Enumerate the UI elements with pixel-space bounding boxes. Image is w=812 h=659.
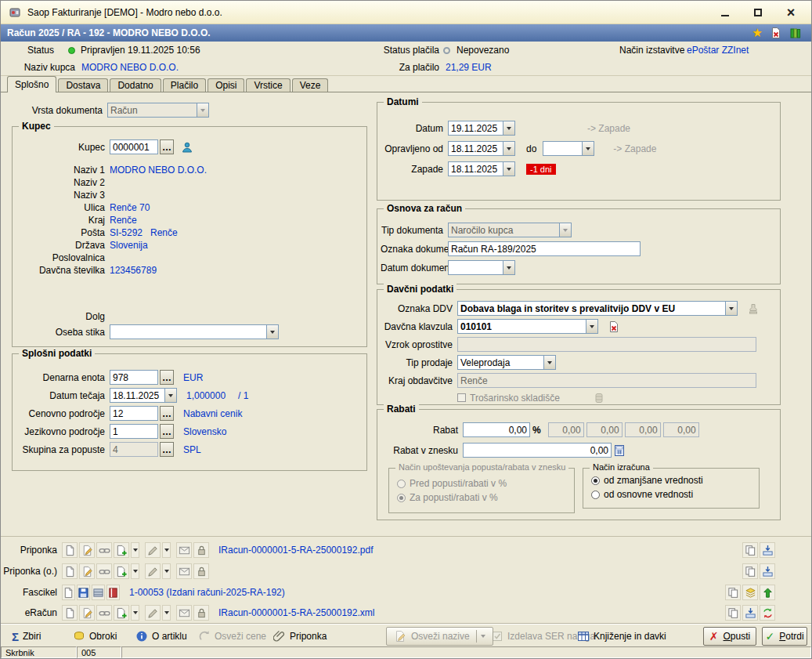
copy-attachment-button[interactable]	[725, 605, 741, 621]
mail-attachment-button[interactable]	[176, 542, 192, 558]
jezikovno-browse-button[interactable]: …	[160, 424, 174, 439]
datum-dokumenta-combo[interactable]	[448, 260, 515, 275]
save-fascikel-button[interactable]	[77, 585, 90, 600]
datum-tecaja-combo[interactable]: 18.11.2025	[110, 388, 177, 403]
radio-zmanjsane[interactable]: od zmanjšane vrednosti	[591, 474, 703, 487]
sign-attachment-dropdown[interactable]	[162, 605, 171, 621]
mail-attachment-button[interactable]	[176, 563, 192, 579]
radio-osnovne[interactable]: od osnovne vrednosti	[591, 488, 693, 501]
oseba-stika-combo[interactable]	[110, 324, 279, 339]
jezikovno-podrocje-input[interactable]: 1	[110, 424, 158, 439]
dropdown-icon[interactable]	[503, 260, 515, 275]
lock-attachment-button[interactable]	[193, 605, 209, 621]
new-attachment-button[interactable]	[62, 542, 78, 558]
edit-attachment-button[interactable]	[79, 563, 95, 579]
favorite-icon[interactable]: ★	[752, 26, 763, 40]
denarna-browse-button[interactable]: …	[160, 370, 174, 385]
eracun-file-link[interactable]: IRacun-0000001-5-RA-25000192.xml	[218, 607, 374, 618]
sync-button[interactable]	[760, 605, 775, 621]
add-attachment-button[interactable]	[114, 563, 129, 579]
edit-attachment-button[interactable]	[79, 605, 95, 621]
sign-attachment-button[interactable]	[145, 605, 161, 621]
lock-attachment-button[interactable]	[193, 542, 209, 558]
maximize-button[interactable]	[752, 6, 764, 19]
document-button[interactable]	[62, 585, 75, 600]
opravljeno-do-combo[interactable]	[543, 141, 594, 156]
mail-attachment-button[interactable]	[176, 605, 192, 621]
customer-card-icon[interactable]	[181, 141, 193, 154]
tab-dodatno[interactable]: Dodatno	[110, 78, 161, 92]
obroki-button[interactable]: Obroki	[68, 627, 121, 646]
tab-opisi[interactable]: Opisi	[208, 78, 244, 92]
close-button[interactable]: ×	[785, 6, 797, 19]
sign-attachment-button[interactable]	[145, 542, 161, 558]
link-attachment-button[interactable]	[96, 563, 112, 579]
link-attachment-button[interactable]	[96, 605, 112, 621]
add-attachment-button[interactable]	[114, 542, 129, 558]
import-attachment-button[interactable]	[760, 563, 775, 579]
o-artiklu-button[interactable]: O artiklu	[131, 627, 192, 646]
datum-combo[interactable]: 19.11.2025	[448, 121, 515, 136]
copy-attachment-button[interactable]	[742, 542, 758, 558]
dropdown-icon[interactable]	[586, 319, 598, 334]
issue-method-value[interactable]: ePoštar ZZInet	[687, 45, 749, 56]
tab-vrstice[interactable]: Vrstice	[246, 78, 290, 92]
tab-splosno[interactable]: Splošno	[7, 76, 56, 92]
dropdown-icon[interactable]	[503, 121, 515, 136]
oznaka-ddv-combo[interactable]: Dobava blaga in storitev s prevalitvijo …	[457, 301, 738, 316]
attachment-file-link[interactable]: IRacun-0000001-5-RA-25000192.pdf	[218, 545, 373, 556]
sign-attachment-button[interactable]	[145, 563, 161, 579]
fascikel-link[interactable]: 1-00053 (Izdani računi-2025-RA-192)	[129, 587, 285, 598]
copy-fascikel-button[interactable]	[725, 585, 741, 600]
opusti-button[interactable]: ✗ Opusti	[703, 627, 756, 646]
link-attachment-button[interactable]	[96, 542, 112, 558]
skupina-browse-button[interactable]: …	[160, 442, 174, 457]
dropdown-icon[interactable]	[164, 388, 177, 403]
sign-attachment-dropdown[interactable]	[162, 563, 171, 579]
dropdown-icon[interactable]	[725, 301, 738, 316]
dropdown-icon[interactable]	[266, 324, 279, 339]
potrdi-button[interactable]: ✓ Potrdi	[762, 627, 807, 646]
dropdown-icon[interactable]	[503, 141, 515, 156]
calculator-icon[interactable]	[613, 444, 626, 457]
publish-button[interactable]	[760, 585, 775, 600]
new-attachment-button[interactable]	[62, 605, 78, 621]
oznaka-dokumenta-input[interactable]: Račun RA-189/2025	[448, 241, 641, 256]
remove-document-icon[interactable]	[770, 27, 782, 39]
archive-books-icon[interactable]	[789, 27, 802, 39]
knjizenje-button[interactable]: Knjiženje in davki	[572, 627, 671, 646]
import-attachment-button[interactable]	[742, 605, 758, 621]
tab-dostava[interactable]: Dostava	[58, 78, 108, 92]
add-attachment-dropdown[interactable]	[131, 563, 139, 579]
zbiri-button[interactable]: Σ Zbiri	[7, 627, 45, 646]
opravljeno-od-combo[interactable]: 18.11.2025	[448, 141, 515, 156]
copy-attachment-button[interactable]	[742, 563, 758, 579]
dropdown-icon[interactable]	[503, 161, 515, 176]
stamp-icon[interactable]	[747, 302, 760, 315]
cenovno-browse-button[interactable]: …	[160, 406, 174, 421]
lock-attachment-button[interactable]	[193, 563, 209, 579]
sign-attachment-dropdown[interactable]	[162, 542, 171, 558]
rabat-input[interactable]: 0,00	[463, 422, 530, 437]
dropdown-icon[interactable]	[543, 355, 556, 370]
cenovno-podrocje-input[interactable]: 12	[110, 406, 158, 421]
edit-attachment-button[interactable]	[79, 542, 95, 558]
davcna-klavzula-combo[interactable]: 010101	[457, 319, 598, 334]
import-attachment-button[interactable]	[760, 542, 775, 558]
tip-prodaje-combo[interactable]: Veleprodaja	[457, 355, 556, 370]
remove-clause-icon[interactable]	[608, 320, 620, 333]
minimize-button[interactable]	[719, 6, 731, 19]
zapade-combo[interactable]: 18.11.2025	[448, 161, 515, 176]
add-attachment-button[interactable]	[114, 605, 129, 621]
denarna-enota-input[interactable]: 978	[110, 370, 158, 385]
register-button[interactable]	[106, 585, 120, 600]
kupec-input[interactable]: 0000001	[110, 139, 158, 154]
layers-button[interactable]	[742, 585, 758, 600]
tab-placilo[interactable]: Plačilo	[163, 78, 206, 92]
kupec-browse-button[interactable]: …	[160, 139, 174, 154]
tab-veze[interactable]: Veze	[292, 78, 329, 92]
add-attachment-dropdown[interactable]	[131, 605, 139, 621]
archive-drawer-button[interactable]	[92, 585, 105, 600]
rabat-znesek-input[interactable]: 0,00	[463, 443, 612, 458]
new-attachment-button[interactable]	[62, 563, 78, 579]
